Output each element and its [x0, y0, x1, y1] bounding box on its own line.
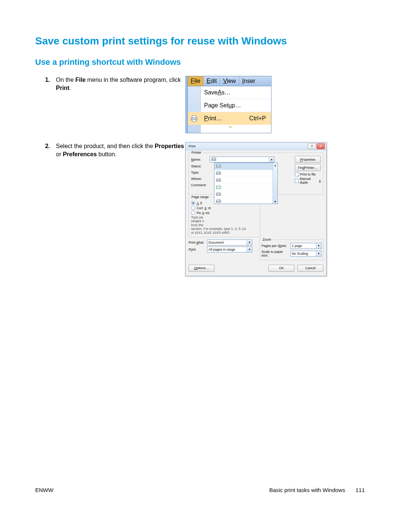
range-current-radio[interactable]: Current: [191, 206, 258, 210]
print-what-combo[interactable]: Document▼: [207, 240, 252, 245]
svg-rect-10: [217, 178, 220, 180]
step-1: 1. On the File menu in the software prog…: [35, 76, 365, 133]
step-1-text: On the File menu in the software program…: [56, 76, 185, 92]
scrollbar[interactable]: ▲ ▼: [273, 163, 277, 204]
chevron-down-icon: ▼: [247, 247, 252, 252]
list-item[interactable]: [214, 177, 277, 184]
menubar-item-edit[interactable]: Edit: [204, 76, 220, 86]
properties-button[interactable]: Properties: [295, 156, 321, 163]
type-label: Type:: [191, 171, 210, 174]
svg-rect-11: [216, 186, 221, 189]
svg-rect-13: [217, 193, 220, 194]
printer-dropdown-list[interactable]: ▲ ▼: [214, 163, 278, 204]
radio-on-icon: [191, 201, 195, 205]
footer-page-number: 111: [356, 487, 365, 493]
menu-item-print[interactable]: Print… Ctrl+P: [188, 112, 271, 125]
print-combo[interactable]: All pages in range▼: [207, 247, 252, 252]
radio-off-icon: [191, 206, 195, 210]
help-button-icon[interactable]: ?: [308, 143, 316, 149]
chevron-down-icon[interactable]: ▼: [273, 199, 277, 204]
step-1-number: 1.: [35, 76, 56, 84]
menubar-item-file[interactable]: File: [188, 76, 204, 86]
dialog-title: Print: [189, 144, 196, 148]
menu-item-save-as[interactable]: Save As…: [188, 86, 271, 99]
where-label: Where:: [191, 177, 210, 181]
footer-section: Basic print tasks with Windows: [269, 487, 345, 493]
chevron-down-icon: ▼: [316, 251, 321, 256]
print-label: Print:: [189, 248, 207, 251]
list-item[interactable]: [214, 170, 277, 177]
comment-label: Comment:: [191, 183, 210, 187]
printer-icon: [216, 192, 221, 197]
step-2-text: Select the product, and then click the P…: [56, 142, 185, 158]
step-2-number: 2.: [35, 142, 56, 150]
find-printer-button[interactable]: Find Printer…: [295, 164, 321, 171]
menubar-item-insert[interactable]: Inser: [239, 76, 259, 86]
name-label: Name:: [191, 158, 210, 161]
svg-rect-6: [217, 164, 220, 166]
print-to-file-checkbox[interactable]: Print to file: [295, 172, 321, 176]
range-pages-radio[interactable]: Pages:: [191, 211, 258, 215]
chevron-down-icon: ▼: [247, 240, 252, 245]
pages-per-sheet-combo[interactable]: 1 page▼: [290, 243, 321, 249]
svg-rect-4: [212, 158, 215, 159]
list-item[interactable]: [214, 184, 277, 191]
subsection-title: Use a printing shortcut with Windows: [35, 57, 365, 67]
svg-rect-2: [192, 120, 196, 121]
menubar-item-view[interactable]: View: [220, 76, 239, 86]
printer-icon: [216, 199, 221, 204]
list-item[interactable]: [214, 163, 277, 170]
chevron-up-icon[interactable]: ▲: [273, 163, 277, 167]
list-item[interactable]: [214, 191, 277, 198]
chevron-down-icon: ▼: [316, 243, 321, 248]
printer-icon: [211, 157, 216, 162]
zoom-group: Pages per sheet: 1 page▼ Scale to paper …: [260, 240, 323, 260]
printer-name-combo[interactable]: ▼: [210, 157, 274, 163]
printer-icon: [216, 164, 221, 168]
printer-icon: [216, 178, 221, 183]
page-footer: ENWW Basic print tasks with Windows 111: [35, 487, 365, 493]
cancel-button[interactable]: Cancel: [297, 265, 323, 272]
footer-left: ENWW: [35, 487, 53, 493]
menu-item-page-setup[interactable]: Page Setup…: [188, 99, 271, 112]
printer-icon: [216, 171, 221, 175]
radio-off-icon: [191, 211, 195, 215]
step-2: 2. Select the product, and then click th…: [35, 142, 365, 276]
scale-to-paper-label: Scale to paper size:: [261, 250, 290, 257]
print-what-label: Print what:: [189, 241, 207, 244]
svg-rect-1: [192, 116, 196, 118]
status-label: Status:: [191, 164, 210, 168]
manual-duplex-checkbox[interactable]: Manual duplex: [295, 177, 321, 184]
figure-print-dialog: Print ? ✕ Name: ▼: [185, 142, 327, 276]
pages-per-sheet-label: Pages per sheet:: [261, 244, 290, 248]
checkbox-icon: [295, 172, 299, 176]
svg-rect-15: [217, 200, 220, 201]
printer-group: Name: ▼ Status: Type: Where: Comment:: [189, 153, 323, 195]
figure-file-menu: File Edit View Inser Save As… Page Setup…: [185, 76, 271, 133]
checkbox-icon: [295, 179, 299, 183]
fax-icon: [216, 185, 221, 190]
svg-rect-8: [217, 171, 220, 173]
range-help-text: Type pa ranges s from the section. For e…: [191, 215, 261, 235]
printer-icon: [190, 115, 198, 122]
dialog-titlebar: Print ? ✕: [186, 143, 326, 150]
menubar: File Edit View Inser: [188, 76, 271, 86]
close-button-icon[interactable]: ✕: [317, 143, 325, 149]
file-menu-dropdown: Save As… Page Setup… Print… Ctrl+P: [188, 86, 271, 133]
options-button[interactable]: Options…: [189, 265, 214, 272]
section-title: Save custom print settings for reuse wit…: [35, 35, 365, 47]
chevron-down-icon: ▼: [269, 157, 274, 162]
scale-to-paper-combo[interactable]: No Scaling▼: [290, 251, 321, 257]
ok-button[interactable]: OK: [269, 265, 294, 272]
list-item[interactable]: [214, 198, 277, 205]
shortcut-label: Ctrl+P: [249, 115, 266, 122]
